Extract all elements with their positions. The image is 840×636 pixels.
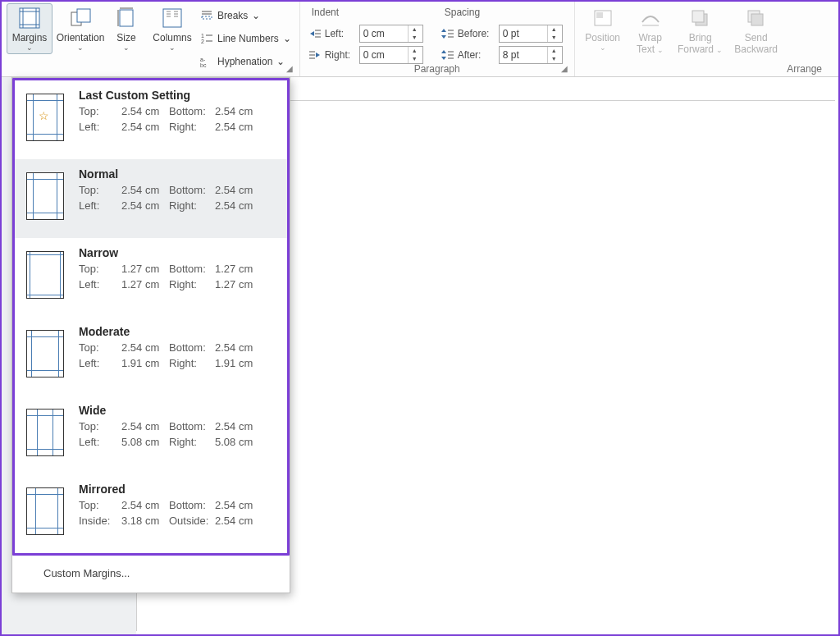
columns-label: Columns [153,32,191,43]
spacing-after-icon [441,48,454,62]
orientation-button[interactable]: Orientation ⌄ [57,3,103,54]
preset-thumb-icon [26,487,64,535]
svg-rect-10 [163,9,181,27]
preset-thumb-icon: ☆ [26,94,64,141]
group-paragraph: Indent Left: ▲▼ Right: ▲▼ Spacing Before… [300,2,575,76]
preset-thumb-icon [26,330,64,377]
wraptext-label1: Wrap [638,32,661,43]
chevron-down-icon: ⌄ [77,43,84,52]
size-button[interactable]: Size ⌄ [108,3,144,54]
group-page-setup: Margins ⌄ Orientation ⌄ Size ⌄ Columns ⌄ [2,2,300,76]
preset-left-label: Inside: [79,515,121,527]
orientation-icon [69,7,92,29]
margins-dropdown: ☆ Last Custom Setting Top:2.54 cm Bottom… [11,77,290,593]
indent-left-label: Left: [325,28,356,39]
spacing-heading: Spacing [441,7,563,18]
margin-preset-wide[interactable]: Wide Top:2.54 cm Bottom:2.54 cm Left:5.0… [15,396,287,474]
preset-bottom-value: 2.54 cm [215,341,262,354]
preset-right-label: Right: [169,199,215,212]
preset-thumb-icon [26,409,64,456]
columns-button[interactable]: Columns ⌄ [149,3,195,54]
preset-bottom-label: Bottom: [169,263,215,275]
preset-right-label: Outside: [169,515,215,527]
preset-bottom-value: 2.54 cm [215,420,262,432]
page-setup-launcher[interactable]: ◢ [286,64,296,74]
preset-title: Mirrored [79,483,276,496]
chevron-down-icon: ⌄ [276,56,285,67]
preset-bottom-value: 1.27 cm [215,263,262,275]
paragraph-launcher[interactable]: ◢ [561,64,571,74]
spacing-before-label: Before: [458,28,495,39]
svg-marker-39 [441,50,446,53]
preset-title: Last Custom Setting [79,89,276,102]
indent-right-label: Right: [325,49,356,61]
preset-top-value: 1.27 cm [121,263,169,275]
margin-preset-moderate[interactable]: Moderate Top:2.54 cm Bottom:2.54 cm Left… [15,317,287,396]
margin-preset-normal[interactable]: Normal Top:2.54 cm Bottom:2.54 cm Left:2… [15,159,287,238]
preset-left-label: Left: [79,199,121,212]
spacing-after-input[interactable]: ▲▼ [499,46,563,64]
margin-preset-narrow[interactable]: Narrow Top:1.27 cm Bottom:1.27 cm Left:1… [15,238,287,317]
bringforward-label1: Bring [689,32,712,43]
custom-margins-item[interactable]: Custom Margins... [12,556,290,593]
chevron-down-icon: ⌄ [283,33,291,44]
spacing-before-input[interactable]: ▲▼ [499,25,563,43]
preset-title: Moderate [79,325,276,338]
spacing-before-icon [441,27,454,40]
svg-rect-48 [692,11,704,22]
hyphenation-button[interactable]: a-bc Hyphenation ⌄ [200,53,291,71]
preset-title: Narrow [79,246,276,259]
wraptext-button[interactable]: Wrap Text ⌄ [631,3,670,58]
preset-right-label: Right: [169,357,215,369]
line-numbers-button[interactable]: 12 Line Numbers ⌄ [200,30,291,48]
bringforward-label2: Forward [678,43,714,55]
arrange-caption: Arrange [575,63,838,75]
margins-button[interactable]: Margins ⌄ [7,3,52,54]
preset-top-label: Top: [79,420,121,432]
svg-text:a-: a- [200,57,206,62]
breaks-label: Breaks [217,10,248,21]
breaks-button[interactable]: Breaks ⌄ [200,7,291,25]
preset-left-value: 5.08 cm [121,436,169,448]
preset-left-value: 2.54 cm [121,199,169,212]
position-label: Position [585,32,620,43]
hyphenation-icon: a-bc [200,55,213,68]
bringforward-button[interactable]: Bring Forward ⌄ [675,3,726,58]
preset-right-value: 2.54 cm [215,515,262,527]
sendbackward-label2: Backward [734,43,778,55]
line-numbers-label: Line Numbers [217,33,279,44]
preset-thumb-icon [26,251,64,299]
preset-top-value: 2.54 cm [121,499,169,511]
sendbackward-label1: Send [745,32,768,43]
indent-right-input[interactable]: ▲▼ [359,46,423,64]
star-icon: ☆ [39,109,49,122]
svg-marker-26 [310,31,314,36]
size-icon [115,7,138,29]
preset-left-label: Left: [79,436,121,448]
svg-marker-33 [316,53,320,57]
svg-marker-40 [441,57,446,60]
preset-top-label: Top: [79,263,121,275]
chevron-down-icon: ⌄ [600,43,606,52]
preset-left-value: 3.18 cm [121,515,169,527]
preset-right-label: Right: [169,121,215,133]
margin-preset-mirrored[interactable]: Mirrored Top:2.54 cm Bottom:2.54 cm Insi… [15,474,287,553]
svg-text:2: 2 [201,39,204,44]
size-label: Size [116,32,135,43]
svg-text:1: 1 [201,33,204,39]
line-numbers-icon: 12 [200,32,213,45]
preset-top-label: Top: [79,105,121,117]
spacing-after-label: After: [458,49,495,61]
preset-right-label: Right: [169,436,215,448]
position-button[interactable]: Position ⌄ [580,3,626,54]
sendbackward-button[interactable]: Send Backward [731,3,782,57]
margin-preset-last-custom-setting[interactable]: ☆ Last Custom Setting Top:2.54 cm Bottom… [15,80,287,159]
paragraph-caption: Paragraph [300,63,574,75]
preset-right-value: 2.54 cm [215,199,262,212]
group-arrange: Position ⌄ Wrap Text ⌄ Bring Forward ⌄ S… [575,2,838,76]
indent-left-input[interactable]: ▲▼ [359,25,423,43]
preset-bottom-label: Bottom: [169,420,215,432]
preset-bottom-value: 2.54 cm [215,499,262,511]
preset-right-label: Right: [169,278,215,291]
chevron-down-icon: ⌄ [26,43,33,52]
